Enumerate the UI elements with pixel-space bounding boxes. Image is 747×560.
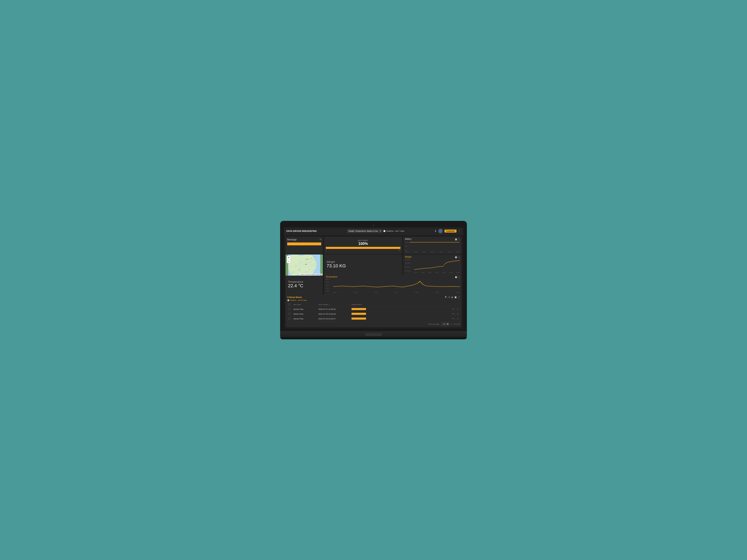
zoom-in-button[interactable]: + (287, 256, 290, 260)
row2-check-icon[interactable]: ✓ (457, 313, 459, 315)
temp-chart-area: 30.0 C 25.0 C 20.0 C 15.0 C 10.0 C (326, 279, 460, 292)
row1-check-icon[interactable]: ✓ (457, 308, 459, 310)
alerts-table-header-row: Alert Type Time Created ↓ Scales Name (287, 302, 460, 307)
temp-save-icon[interactable]: 💾 (455, 276, 457, 278)
weight-chart-title: Weight (405, 256, 411, 258)
temp-x-labels: Jul 04 Jul 05 Jul 06 Jul 07 Jul 08 Jul 0… (326, 292, 460, 293)
row2-scale-bar (352, 313, 366, 315)
main-content: BeeSage ✎ BATTERY 100% (284, 235, 463, 329)
x-jul07: Jul 07 (431, 251, 434, 252)
y-label-0: 0 % (405, 250, 409, 251)
header-checkbox[interactable] (288, 303, 290, 305)
dropdown-label: Weight, Temperature, Battery & Ma... (349, 230, 379, 232)
row2-more-icon[interactable]: ••• (452, 313, 455, 315)
weight-value: 73.10 KG (327, 263, 400, 268)
chevron-down-icon: ▾ (380, 230, 381, 232)
header-center: Weight, Temperature, Battery & Ma... ▾ 🕐… (317, 229, 435, 233)
map-card: Amsterdam Lelystad Overijssel Leiden Utr… (285, 255, 323, 276)
svg-text:Antwerpen: Antwerpen (299, 268, 301, 269)
row1-checkbox[interactable] (288, 308, 290, 310)
y-label-100: 100 % (405, 242, 409, 243)
x-jul04: Jul 04 (406, 251, 409, 252)
middle-row: Weight 73.10 KG Weight 💾 ⛶ (285, 255, 462, 273)
edit-icon[interactable]: ✎ (319, 238, 321, 241)
map-container[interactable]: Amsterdam Lelystad Overijssel Leiden Utr… (285, 255, 323, 276)
svg-text:Brussel: Brussel (299, 270, 300, 271)
row3-checkbox[interactable] (288, 318, 290, 320)
svg-text:Gent: Gent (294, 268, 295, 268)
temp-expand-icon[interactable]: ⛶ (458, 276, 460, 278)
save-chart-icon[interactable]: 💾 (455, 238, 457, 240)
svg-text:Belgïe - Belgique: Belgïe - Belgique (291, 272, 295, 272)
weight-save-icon[interactable]: 💾 (455, 256, 457, 258)
clock-icon: 🕐 (383, 230, 386, 232)
beesage-card: BeeSage ✎ (285, 237, 323, 254)
row2-time: 2024-07-05 22:00:49 (317, 312, 350, 316)
svg-text:Arnhem: Arnhem (312, 260, 314, 260)
alerts-columns-icon[interactable]: ▦ (451, 296, 453, 298)
alerts-save-icon[interactable]: 💾 (455, 296, 457, 298)
row3-action-buttons: ••• ✓ (385, 318, 459, 320)
svg-text:Venlo: Venlo (314, 263, 316, 264)
temperature-label: Temperature (288, 280, 320, 283)
svg-text:Overijssel: Overijssel (314, 257, 316, 257)
alerts-search-icon[interactable]: 🔍 (445, 296, 447, 298)
row1-checkbox-cell (287, 307, 292, 312)
row2-checkbox[interactable] (288, 313, 290, 315)
row1-scale-bar (352, 308, 366, 310)
laptop-bottom (280, 337, 467, 339)
row1-scale (350, 307, 383, 312)
svg-point-34 (311, 258, 311, 259)
expand-chart-icon[interactable]: ⛶ (458, 238, 460, 240)
alerts-filter-icon[interactable]: ⚙ (448, 296, 450, 298)
battery-label: BATTERY (358, 240, 368, 242)
app-header: DATA-DRIVEN BEEKEEPING Weight, Temperatu… (284, 228, 463, 235)
battery-scale: 0 100 (326, 249, 401, 251)
menu-icon[interactable]: ⋮ (458, 230, 461, 233)
zoom-out-button[interactable]: − (287, 260, 290, 263)
battery-chart-card: Battery 💾 ⛶ 100 % 50 % 0 % (403, 237, 462, 254)
dashboard-dropdown[interactable]: Weight, Temperature, Battery & Ma... ▾ (347, 229, 382, 233)
map-attribution: Leaflet | © OpenStreetMap contributors (300, 273, 323, 275)
battery-bar-container: 0 100 (326, 247, 401, 251)
svg-text:Utrecht: Utrecht (305, 261, 307, 261)
items-per-page-label: Items per page: (428, 323, 440, 325)
svg-text:Rijnl.-Rheinland: Rijnl.-Rheinland (305, 272, 308, 272)
battery-chart-icons: 💾 ⛶ (455, 238, 460, 240)
row1-more-icon[interactable]: ••• (452, 308, 455, 310)
row3-more-icon[interactable]: ••• (452, 318, 455, 320)
x-jul10: Jul 10 (456, 251, 459, 252)
alerts-time-label: Realtime - last 30 days (290, 299, 307, 301)
table-row: Nectar Flow 2024-07-05 22:00:49 ••• ✓ (287, 312, 460, 316)
weight-chart-area: 75.00 KG 70.00 KG 65.00 KG 60.00 KG (405, 259, 460, 272)
row3-time: 2024-07-02 22:00:47 (317, 316, 350, 321)
battery-mini-chart: 100 % 50 % 0 % (405, 242, 460, 251)
user-icon: 👤 (439, 230, 442, 233)
alerts-expand-icon[interactable]: ⛶ (458, 296, 460, 298)
weight-chart-icons: 💾 ⛶ (455, 256, 460, 258)
svg-text:Zuid-Holland: Zuid-Holland (301, 262, 303, 262)
row1-action-buttons: ••• ✓ (385, 308, 459, 310)
beesage-name: BeeSage (287, 238, 297, 241)
row3-check-icon[interactable]: ✓ (457, 318, 459, 320)
row3-checkbox-cell (287, 316, 292, 321)
weight-expand-icon[interactable]: ⛶ (458, 256, 460, 258)
battery-chart-title: Battery (405, 238, 412, 240)
header-right: ⬇ 👤 Customer ⋮ (435, 229, 461, 233)
row1-actions: ••• ✓ (383, 307, 460, 312)
items-per-page-select[interactable]: 10 25 50 (441, 322, 449, 326)
weight-chart-svg (414, 259, 460, 272)
time-range-selector[interactable]: 🕐 Realtime - last 7 days (383, 230, 405, 232)
battery-value: 100% (358, 242, 368, 246)
time-created-label: Time Created ↓ (318, 304, 330, 305)
row2-scale (350, 312, 383, 316)
y-label-50: 50 % (405, 246, 409, 247)
battery-x-labels: Jul 04 Jul 05 Jul 06 Jul 07 Jul 08 Jul 0… (405, 251, 460, 252)
download-icon[interactable]: ⬇ (435, 230, 437, 233)
map-svg: Amsterdam Lelystad Overijssel Leiden Utr… (285, 255, 323, 276)
x-jul09: Jul 09 (447, 251, 451, 252)
top-row: BeeSage ✎ BATTERY 100% (285, 237, 462, 253)
alerts-clock-icon: 🕐 (287, 299, 289, 301)
row3-alert-type: Nectar Flow (292, 316, 317, 321)
col-header-actions (383, 302, 460, 307)
